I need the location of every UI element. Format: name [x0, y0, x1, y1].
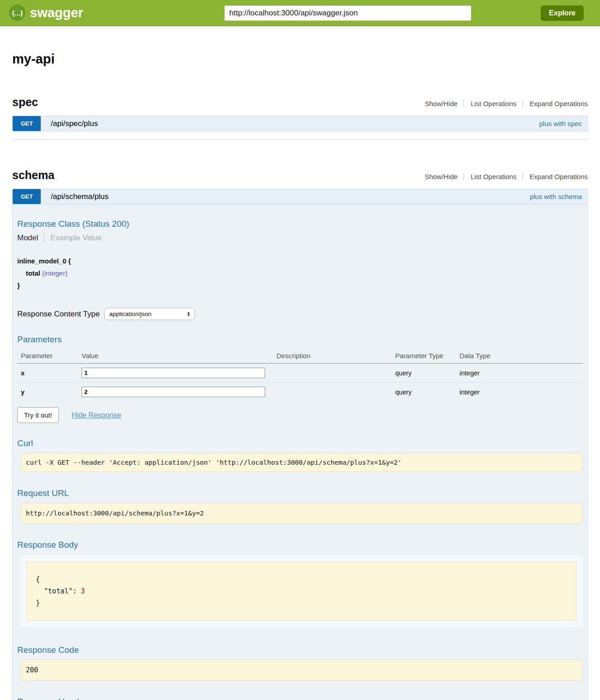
- response-body-heading: Response Body: [17, 540, 583, 550]
- response-body-json: { "total": 3 }: [26, 562, 576, 621]
- top-header-bar: {…} swagger Explore: [0, 0, 600, 26]
- resource-section-schema: schema Show/Hide List Operations Expand …: [12, 169, 588, 700]
- parameter-type: query: [395, 383, 460, 402]
- http-method-badge: GET: [13, 189, 41, 204]
- list-operations-link[interactable]: List Operations: [464, 100, 517, 107]
- parameter-data-type: integer: [460, 383, 583, 402]
- curl-command: curl -X GET --header 'Accept: applicatio…: [21, 453, 583, 472]
- show-hide-link[interactable]: Show/Hide: [425, 100, 458, 107]
- page-title: my-api: [12, 52, 588, 67]
- endpoint-row-spec-plus: GET /api/spec/plus plus with spec: [12, 116, 588, 131]
- section-title-schema: schema: [12, 169, 54, 182]
- hide-response-link[interactable]: Hide Response: [72, 411, 121, 419]
- list-operations-link[interactable]: List Operations: [464, 173, 517, 180]
- response-content-type-label: Response Content Type: [17, 310, 100, 319]
- http-method-badge: GET: [13, 116, 41, 131]
- parameter-row-x: x query integer: [17, 364, 583, 383]
- column-header-value: Value: [82, 349, 276, 364]
- parameter-description: [276, 383, 395, 402]
- tab-model[interactable]: Model: [17, 233, 44, 243]
- endpoint-summary-link[interactable]: plus with schema: [530, 193, 582, 200]
- model-property-name: total: [26, 269, 40, 277]
- json-text: { "total":: [36, 575, 81, 595]
- response-headers-heading: Response Headers: [17, 697, 583, 700]
- request-url-value: http://localhost:3000/api/schema/plus?x=…: [21, 503, 583, 524]
- parameter-value-input-y[interactable]: [82, 387, 265, 397]
- parameters-table: Parameter Value Description Parameter Ty…: [17, 349, 583, 401]
- model-tabs: Model Example Value: [17, 233, 583, 243]
- operation-content-panel: Response Class (Status 200) Model Exampl…: [12, 204, 588, 700]
- json-text: }: [36, 599, 40, 607]
- try-it-out-button[interactable]: Try it out!: [17, 407, 59, 423]
- parameter-value-input-x[interactable]: [82, 368, 265, 378]
- endpoint-path-link[interactable]: /api/spec/plus: [51, 119, 98, 128]
- column-header-parameter-type: Parameter Type: [395, 349, 460, 364]
- model-open-brace: inline_model_0 {: [17, 255, 583, 267]
- curl-heading: Curl: [17, 438, 583, 448]
- column-header-parameter: Parameter: [17, 349, 82, 364]
- endpoint-path-link[interactable]: /api/schema/plus: [51, 192, 109, 201]
- response-content-type-row: Response Content Type application/json ▲…: [17, 308, 583, 320]
- model-signature: inline_model_0 { total (integer) }: [17, 255, 583, 292]
- swagger-brand-link[interactable]: {…} swagger: [9, 5, 83, 21]
- brand-name: swagger: [30, 5, 83, 20]
- spec-url-input[interactable]: [224, 5, 471, 21]
- parameters-heading: Parameters: [17, 335, 583, 345]
- show-hide-link[interactable]: Show/Hide: [425, 173, 458, 180]
- expand-operations-link[interactable]: Expand Operations: [523, 100, 588, 107]
- parameter-data-type: integer: [460, 364, 583, 383]
- parameter-description: [276, 364, 395, 383]
- model-property-type: (integer): [42, 269, 68, 277]
- request-url-heading: Request URL: [17, 488, 583, 498]
- response-body-container: { "total": 3 }: [20, 555, 583, 627]
- tab-example-value[interactable]: Example Value: [44, 233, 102, 243]
- parameter-row-y: y query integer: [17, 383, 583, 402]
- column-header-description: Description: [276, 349, 395, 364]
- endpoint-summary-link[interactable]: plus with spec: [539, 120, 582, 127]
- resource-section-spec: spec Show/Hide List Operations Expand Op…: [12, 96, 588, 131]
- response-class-heading: Response Class (Status 200): [17, 219, 583, 229]
- parameter-name: x: [17, 364, 82, 383]
- endpoint-row-schema-plus: GET /api/schema/plus plus with schema: [12, 189, 588, 204]
- expand-operations-link[interactable]: Expand Operations: [523, 173, 588, 180]
- response-code-heading: Response Code: [17, 645, 583, 655]
- json-number-value: 3: [81, 587, 85, 595]
- section-controls: Show/Hide List Operations Expand Operati…: [425, 173, 588, 180]
- column-header-data-type: Data Type: [460, 349, 583, 364]
- swagger-logo-icon: {…}: [9, 5, 25, 21]
- section-divider: [12, 139, 588, 140]
- response-content-type-select[interactable]: application/json: [104, 308, 195, 320]
- parameter-name: y: [17, 383, 82, 402]
- section-controls: Show/Hide List Operations Expand Operati…: [425, 100, 588, 107]
- explore-button[interactable]: Explore: [541, 5, 584, 21]
- section-title-spec: spec: [12, 96, 38, 109]
- model-close-brace: }: [17, 279, 583, 292]
- response-code-value: 200: [21, 660, 583, 681]
- parameter-type: query: [395, 364, 460, 383]
